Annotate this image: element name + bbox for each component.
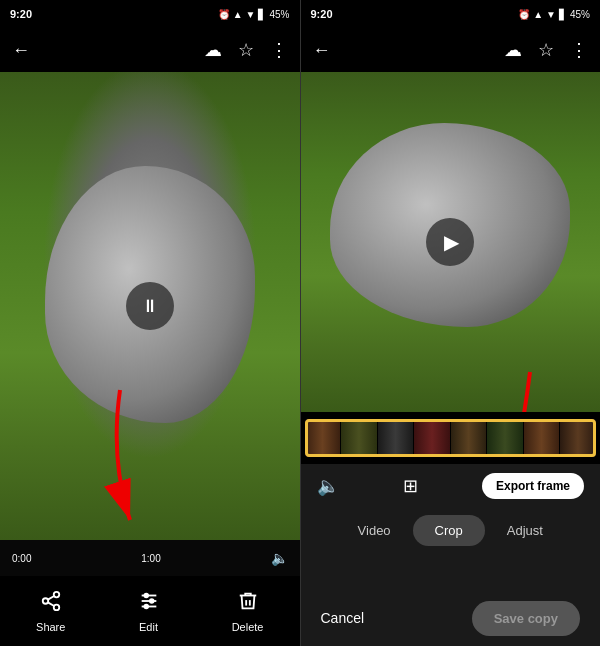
right-play-button[interactable]: ▶ — [426, 218, 474, 266]
left-time-end: 1:00 — [141, 553, 160, 564]
share-icon — [40, 590, 62, 617]
left-top-nav: ← ☁ ☆ ⋮ — [0, 28, 300, 72]
right-time: 9:20 — [311, 8, 333, 20]
save-copy-button[interactable]: Save copy — [472, 601, 580, 636]
left-star-icon[interactable]: ☆ — [238, 39, 254, 61]
right-signal-icon: ▼ — [546, 9, 556, 20]
svg-point-2 — [42, 598, 48, 604]
share-label: Share — [36, 621, 65, 633]
left-time: 9:20 — [10, 8, 32, 20]
delete-action[interactable]: Delete — [232, 590, 264, 633]
left-time-start: 0:00 — [12, 553, 31, 564]
svg-point-1 — [53, 591, 59, 597]
share-action[interactable]: Share — [36, 590, 65, 633]
left-pause-icon: ⏸ — [141, 296, 159, 317]
left-battery-pct: 45% — [269, 9, 289, 20]
right-battery-pct: 45% — [570, 9, 590, 20]
wifi-icon: ▲ — [233, 9, 243, 20]
left-status-icons: ⏰ ▲ ▼ ▋ 45% — [218, 9, 290, 20]
cancel-button[interactable]: Cancel — [321, 610, 365, 626]
right-status-icons: ⏰ ▲ ▼ ▋ 45% — [518, 9, 590, 20]
right-back-icon[interactable]: ← — [313, 40, 331, 61]
tab-adjust[interactable]: Adjust — [485, 515, 565, 546]
right-battery-icon: ▋ — [559, 9, 567, 20]
svg-point-11 — [144, 604, 148, 608]
left-back-icon[interactable]: ← — [12, 40, 30, 61]
frame-export-icon[interactable]: ⊞ — [403, 475, 418, 497]
left-video-area[interactable]: ⏸ — [0, 72, 300, 540]
right-top-nav: ← ☁ ☆ ⋮ — [301, 28, 601, 72]
right-wifi-icon: ▲ — [533, 9, 543, 20]
tab-video[interactable]: Video — [336, 515, 413, 546]
delete-label: Delete — [232, 621, 264, 633]
edit-icon — [138, 590, 160, 617]
left-bottom-action-bar: Share Edit Delete — [0, 576, 300, 646]
left-pause-button[interactable]: ⏸ — [126, 282, 174, 330]
tabs-row: Video Crop Adjust — [301, 508, 601, 552]
svg-line-5 — [48, 595, 54, 599]
battery-icon: ▋ — [258, 9, 266, 20]
right-play-icon: ▶ — [444, 230, 459, 254]
left-panel: 9:20 ⏰ ▲ ▼ ▋ 45% ← ☁ ☆ ⋮ ⏸ — [0, 0, 300, 646]
timeline-strip[interactable] — [301, 412, 601, 464]
left-upload-icon[interactable]: ☁ — [204, 39, 222, 61]
left-volume-icon[interactable]: 🔈 — [271, 550, 288, 566]
right-video-area[interactable]: ▶ — [301, 72, 601, 412]
tab-crop[interactable]: Crop — [413, 515, 485, 546]
svg-line-4 — [48, 602, 54, 606]
right-alarm-icon: ⏰ — [518, 9, 530, 20]
alarm-icon: ⏰ — [218, 9, 230, 20]
svg-point-3 — [53, 604, 59, 610]
edit-label: Edit — [139, 621, 158, 633]
right-menu-icon[interactable]: ⋮ — [570, 39, 588, 61]
export-frame-button[interactable]: Export frame — [482, 473, 584, 499]
right-panel: 9:20 ⏰ ▲ ▼ ▋ 45% ← ☁ ☆ ⋮ ▶ — [301, 0, 601, 646]
right-controls: 🔈 ⊞ Export frame — [301, 464, 601, 508]
right-star-icon[interactable]: ☆ — [538, 39, 554, 61]
signal-icon: ▼ — [246, 9, 256, 20]
volume-icon[interactable]: 🔈 — [317, 475, 339, 497]
timeline-inner — [305, 419, 597, 457]
edit-action[interactable]: Edit — [138, 590, 160, 633]
right-status-bar: 9:20 ⏰ ▲ ▼ ▋ 45% — [301, 0, 601, 28]
left-menu-icon[interactable]: ⋮ — [270, 39, 288, 61]
right-bottom-bar: Cancel Save copy — [301, 590, 601, 646]
right-nav-right: ☁ ☆ ⋮ — [504, 39, 588, 61]
right-upload-icon[interactable]: ☁ — [504, 39, 522, 61]
svg-point-10 — [149, 599, 153, 603]
left-video-bottom-bar: 0:00 1:00 🔈 — [0, 540, 300, 576]
left-status-bar: 9:20 ⏰ ▲ ▼ ▋ 45% — [0, 0, 300, 28]
svg-point-9 — [144, 593, 148, 597]
left-nav-right: ☁ ☆ ⋮ — [204, 39, 288, 61]
delete-icon — [237, 590, 259, 617]
